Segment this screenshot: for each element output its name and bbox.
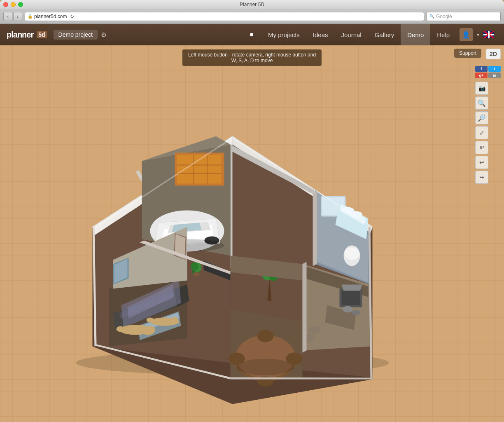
svg-point-52	[309, 326, 321, 334]
svg-marker-7	[231, 144, 233, 268]
browser-toolbar: ‹ › 🔒 planner5d.com ↻ 🔍 Google	[0, 9, 504, 24]
main-viewport[interactable]: Support 2D Left mouse button - rotate ca…	[0, 45, 504, 422]
svg-point-74	[191, 262, 198, 270]
floorplan-3d[interactable]	[60, 82, 410, 404]
nav-journal[interactable]: Journal	[335, 24, 368, 45]
user-area: 👤 ▼	[456, 28, 497, 41]
nav-buttons: ‹ ›	[3, 12, 22, 21]
svg-point-68	[171, 317, 179, 324]
viewport-background: Support 2D Left mouse button - rotate ca…	[0, 45, 504, 422]
maximize-button[interactable]	[18, 2, 23, 7]
svg-point-65	[117, 326, 125, 332]
dropdown-arrow[interactable]: ▼	[476, 33, 480, 37]
address-text: planner5d.com	[34, 14, 67, 19]
fullscreen-button[interactable]: ⤢	[475, 126, 488, 139]
browser-title: Planner 5D	[240, 2, 264, 7]
svg-point-43	[352, 309, 360, 315]
svg-point-49	[286, 352, 303, 365]
reload-button[interactable]: ↻	[68, 13, 76, 20]
search-icon: 🔍	[429, 14, 434, 19]
facebook-button[interactable]: f	[475, 66, 488, 72]
svg-marker-41	[342, 284, 362, 291]
camera-button[interactable]: 📷	[475, 82, 488, 95]
svg-point-69	[147, 317, 154, 322]
right-toolbar: f t g+ in 📷 🔍 🔍 ⤢ ft² ↩ ↪	[475, 66, 501, 184]
address-bar[interactable]: 🔒 planner5d.com ↻	[25, 12, 424, 21]
secure-icon: 🔒	[28, 14, 33, 19]
nav-links: My projects Ideas Journal Gallery Demo H…	[261, 24, 456, 45]
nav-my-projects[interactable]: My projects	[261, 24, 306, 45]
logo-area: planner 5d	[7, 30, 47, 40]
undo-button[interactable]: ↩	[475, 156, 488, 169]
nav-help[interactable]: Help	[430, 24, 456, 45]
search-bar[interactable]: 🔍 Google	[427, 12, 501, 21]
browser-window: Planner 5D ‹ › 🔒 planner5d.com ↻ 🔍 Googl…	[0, 0, 504, 422]
unit-button[interactable]: ft²	[475, 141, 488, 154]
svg-marker-89	[303, 262, 307, 352]
gear-icon[interactable]: ⚙	[101, 31, 107, 39]
svg-point-28	[345, 247, 359, 260]
tooltip-text: Left mouse button - rotate camera, right…	[188, 52, 316, 63]
nav-ideas[interactable]: Ideas	[306, 24, 335, 45]
app-header: planner 5d Demo project ⚙ My projects Id…	[0, 24, 504, 45]
forward-button[interactable]: ›	[13, 12, 22, 21]
svg-point-75	[193, 272, 200, 276]
nav-gallery[interactable]: Gallery	[368, 24, 401, 45]
project-name: Demo project	[58, 31, 93, 38]
search-placeholder: Google	[436, 14, 452, 19]
svg-point-50	[257, 330, 274, 342]
svg-point-66	[147, 326, 155, 334]
close-button[interactable]	[3, 2, 8, 7]
nav-dot	[250, 33, 253, 36]
user-avatar[interactable]: 👤	[460, 28, 473, 41]
logo-badge: 5d	[37, 31, 47, 38]
googleplus-button[interactable]: g+	[475, 73, 488, 78]
twitter-button[interactable]: t	[488, 66, 501, 72]
zoom-out-button[interactable]: 🔍	[475, 111, 488, 124]
minimize-button[interactable]	[11, 2, 16, 7]
app-content: planner 5d Demo project ⚙ My projects Id…	[0, 24, 504, 422]
svg-point-47	[237, 359, 294, 375]
back-button[interactable]: ‹	[3, 12, 12, 21]
redo-button[interactable]: ↪	[475, 171, 488, 184]
svg-point-42	[343, 306, 353, 312]
zoom-in-button[interactable]: 🔍	[475, 96, 488, 110]
svg-point-48	[229, 352, 245, 365]
uk-flag[interactable]	[483, 31, 494, 38]
project-name-area[interactable]: Demo project	[54, 30, 98, 40]
logo-text: planner	[7, 30, 33, 40]
window-controls	[3, 2, 23, 7]
btn-2d[interactable]: 2D	[486, 49, 501, 59]
browser-titlebar: Planner 5D	[0, 0, 504, 9]
nav-demo[interactable]: Demo	[401, 24, 430, 45]
svg-rect-40	[342, 291, 360, 305]
tooltip-box: Left mouse button - rotate camera, right…	[182, 49, 322, 66]
support-button[interactable]: Support	[454, 49, 481, 58]
share-button[interactable]: in	[488, 73, 501, 78]
svg-marker-88	[313, 191, 317, 266]
